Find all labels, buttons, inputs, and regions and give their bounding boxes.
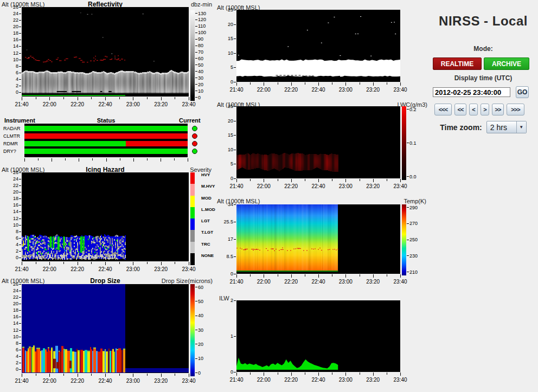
reflectivity-canvas (22, 7, 189, 97)
axis-tick (105, 97, 106, 100)
time-tick-label: 22:20 (284, 377, 298, 383)
instrument-name-clmtr: CLMTR (3, 133, 20, 139)
y-tick-label: 0 (16, 255, 21, 260)
colorbar-tick-label: 110 (195, 24, 206, 29)
y-tick-label: 22 (13, 295, 21, 300)
severity-label: T.LGT (201, 230, 213, 235)
instrument-name-rdmr: RDMR (3, 141, 18, 146)
axis-tick (278, 274, 278, 277)
time-tick-label: 22:00 (43, 101, 56, 107)
y-axis-ticks: 26242220181614121086420 (0, 172, 21, 261)
axis-tick (387, 82, 387, 85)
time-axis-ticks: 21:4022:0022:2022:4023:0023:2023:40 (22, 97, 189, 108)
status-segment (126, 141, 188, 146)
step-forward-fast-button[interactable]: >>> (507, 104, 524, 115)
y-tick-label: 0 (230, 176, 236, 181)
step-forward-small-button[interactable]: > (481, 104, 489, 115)
axis-tick (175, 97, 175, 99)
y-tick-label: 22 (13, 183, 21, 188)
y-tick-label: 4 (16, 77, 21, 82)
y-tick-label: 14 (13, 44, 21, 49)
drop-size-canvas (22, 284, 189, 373)
time-zoom-select[interactable]: 2 hrs ▼ (486, 121, 527, 133)
axis-tick (400, 372, 401, 376)
colorbar-tick-label: 20 (195, 342, 203, 346)
archive-button[interactable]: ARCHIVE (484, 57, 529, 70)
colorbar-tick-label: 0.1 (407, 140, 417, 145)
reflectivity-colorbar (190, 10, 195, 101)
time-tick-label: 22:00 (257, 87, 271, 93)
axis-tick (360, 82, 360, 85)
axis-tick (278, 82, 278, 85)
y-tick-label: 5 (230, 162, 236, 166)
realtime-button[interactable]: REALTIME (433, 57, 482, 70)
time-tick-label: 23:00 (339, 279, 353, 285)
time-tick-label: 22:20 (284, 87, 298, 93)
step-forward-button[interactable]: >> (492, 104, 504, 115)
y-tick-label: 0 (230, 370, 236, 375)
step-back-small-button[interactable]: < (469, 104, 478, 115)
time-tick-label: 21:40 (15, 378, 28, 384)
lwc-panel: Alt (1000ft MSL) LWC(g/m3) 2520151050 21… (216, 99, 430, 195)
axis-tick (400, 82, 401, 86)
display-time-input[interactable] (433, 87, 510, 97)
axis-tick (161, 374, 162, 377)
step-back-button[interactable]: << (454, 104, 466, 115)
time-tick-label: 23:00 (339, 183, 353, 189)
colorbar-tick-label: 10 (195, 88, 203, 93)
axis-tick (78, 262, 78, 265)
y-tick-label: 2 (16, 83, 21, 88)
axis-tick (345, 82, 346, 86)
y-tick-label: 2 (16, 361, 21, 365)
axis-tick (305, 179, 305, 181)
axis-tick (52, 158, 52, 162)
y-tick-label: 6 (16, 236, 21, 241)
time-tick-label: 21:40 (15, 266, 28, 272)
axis-tick (360, 372, 360, 375)
axis-tick (133, 97, 133, 100)
colorbar-tick-label: 210 (407, 269, 418, 274)
axis-tick (400, 179, 401, 182)
severity-label: M.HVY (201, 184, 215, 189)
colorbar-tick-label: 30 (195, 75, 203, 80)
y-axis-ticks: 26242220181614121086420 (0, 284, 21, 373)
axis-tick (291, 82, 292, 86)
radar-current-indicator (192, 126, 197, 131)
y-tick-label: 26 (13, 170, 21, 175)
temperature-panel: Alt (1000ft MSL) Temp(K) 3425.5178.50 21… (216, 195, 430, 287)
go-button[interactable]: GO (516, 86, 529, 98)
axis-tick (291, 179, 292, 182)
step-back-fast-button[interactable]: <<< (434, 104, 452, 115)
time-tick-label: 21:40 (229, 183, 243, 189)
colorbar-tick-label: 250 (407, 237, 418, 242)
axis-tick (91, 97, 92, 99)
y-tick-label: 15 (228, 36, 236, 41)
severity-label: TRC (201, 242, 210, 247)
icing-hazard-canvas (22, 172, 189, 261)
y-tick-label: 20 (228, 119, 236, 124)
colorbar-tick-label: 90 (195, 37, 203, 42)
drop-size-panel: Alt (1000ft MSL) Drop Size Drop Size(mic… (0, 277, 215, 392)
status-segment (24, 133, 188, 139)
severity-label: HVY (201, 172, 210, 177)
time-tick-label: 23:40 (393, 279, 407, 285)
time-tick-label: 23:00 (126, 266, 140, 272)
time-tick-label: 23:00 (126, 101, 140, 107)
axis-tick (188, 158, 188, 162)
axis-tick (63, 374, 64, 376)
y-tick-label: 10 (13, 57, 21, 62)
y-tick-label: 0 (16, 90, 21, 95)
colorbar-tick-label: 60 (195, 285, 203, 290)
current-column-header: Current (179, 117, 201, 124)
time-tick-label: 23:40 (393, 183, 407, 189)
y-tick-label: 16 (13, 37, 21, 42)
y-tick-label: 0 (230, 80, 236, 85)
severity-label: L.MOD (201, 207, 215, 212)
axis-tick (65, 158, 66, 160)
axis-tick (305, 82, 305, 85)
time-axis-ticks: 21:4022:0022:2022:4023:0023:2023:40 (236, 274, 400, 286)
severity-segment (190, 196, 195, 208)
y-tick-label: 18 (13, 196, 21, 201)
colorbar-tick-label: 80 (195, 43, 203, 48)
axis-tick (236, 274, 237, 278)
